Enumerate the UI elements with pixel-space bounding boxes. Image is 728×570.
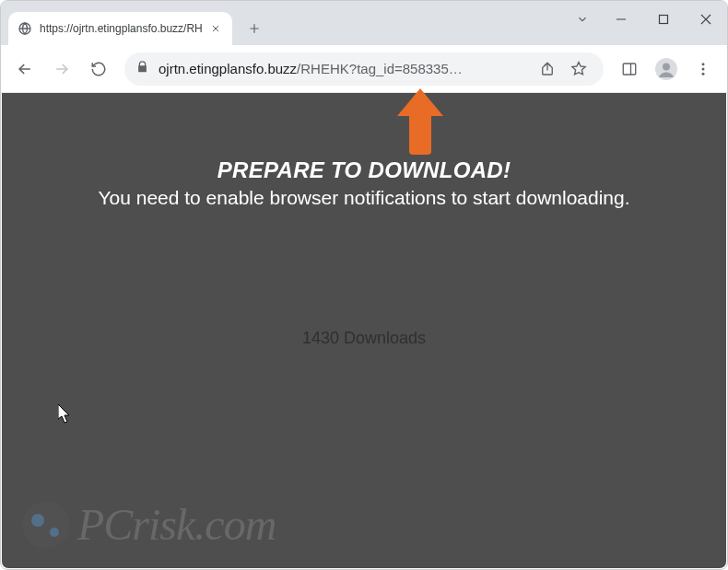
watermark: PCrisk.com xyxy=(22,499,276,550)
minimize-button[interactable] xyxy=(600,1,642,38)
watermark-logo-icon xyxy=(22,501,70,549)
url-domain: ojrtn.etingplansfo.buzz xyxy=(159,61,297,76)
maximize-button[interactable] xyxy=(642,1,685,38)
browser-tab-active[interactable]: https://ojrtn.etingplansfo.buzz/RH xyxy=(8,12,232,45)
side-panel-button[interactable] xyxy=(613,52,646,86)
avatar-icon xyxy=(653,56,679,82)
profile-button[interactable] xyxy=(650,52,683,86)
watermark-text: PCrisk.com xyxy=(77,499,276,550)
tab-title: https://ojrtn.etingplansfo.buzz/RH xyxy=(40,22,203,35)
page-inner: PREPARE TO DOWNLOAD! You need to enable … xyxy=(2,93,726,348)
svg-rect-2 xyxy=(623,64,636,75)
page-headline: PREPARE TO DOWNLOAD! xyxy=(2,157,726,183)
back-button[interactable] xyxy=(8,52,41,86)
svg-rect-1 xyxy=(660,16,668,24)
close-window-button[interactable] xyxy=(685,1,727,38)
share-icon[interactable] xyxy=(534,55,561,83)
tab-close-button[interactable] xyxy=(208,21,223,36)
page-subhead: You need to enable browser notifications… xyxy=(2,187,726,209)
lock-icon xyxy=(135,60,149,77)
title-bar: https://ojrtn.etingplansfo.buzz/RH xyxy=(1,1,727,45)
forward-button[interactable] xyxy=(45,52,78,86)
bookmark-star-icon[interactable] xyxy=(565,55,593,83)
browser-window: https://ojrtn.etingplansfo.buzz/RH xyxy=(0,0,728,570)
url-text: ojrtn.etingplansfo.buzz/RHEHK?tag_id=858… xyxy=(159,61,530,76)
reload-button[interactable] xyxy=(82,52,115,86)
svg-point-5 xyxy=(702,63,705,65)
svg-point-4 xyxy=(663,63,670,70)
svg-point-7 xyxy=(702,72,705,75)
svg-point-6 xyxy=(702,67,705,70)
globe-icon xyxy=(18,21,32,36)
address-bar[interactable]: ojrtn.etingplansfo.buzz/RHEHK?tag_id=858… xyxy=(124,52,604,86)
new-tab-button[interactable] xyxy=(241,16,267,41)
window-controls xyxy=(567,1,727,38)
menu-button[interactable] xyxy=(687,52,720,86)
downloads-counter: 1430 Downloads xyxy=(2,329,726,348)
tab-search-button[interactable] xyxy=(567,4,598,35)
url-path: /RHEHK?tag_id=858335… xyxy=(297,61,463,76)
toolbar: ojrtn.etingplansfo.buzz/RHEHK?tag_id=858… xyxy=(1,45,727,93)
page-content: PREPARE TO DOWNLOAD! You need to enable … xyxy=(2,93,726,568)
